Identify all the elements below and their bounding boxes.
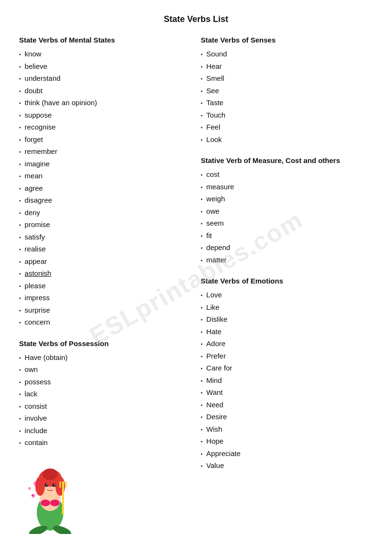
list-item: impress [19,293,187,304]
list-item: imagine [19,159,187,170]
list-item: Value [201,460,373,471]
svg-point-4 [41,500,50,506]
list-item: concern [19,317,187,328]
list-item: depend [201,242,373,253]
list-item: realise [19,244,187,255]
list-item: agree [19,183,187,194]
senses-heading: State Verbs of Senses [201,36,373,44]
list-item: appear [19,256,187,267]
list-item: surprise [19,305,187,316]
measure-heading: Stative Verb of Measure, Cost and others [201,156,373,164]
list-item: See [201,86,373,97]
list-item: Hear [201,61,373,72]
mermaid-image: ✦ ✦ [19,460,86,536]
list-item: Love [201,290,373,301]
list-item: Mind [201,375,373,386]
page-title: State Verbs List [19,14,373,24]
list-item: suppose [19,110,187,121]
emotions-list: Love Like Dislike Hate Adore Prefer Care… [201,290,373,471]
list-item: satisfy [19,232,187,243]
list-item: Touch [201,110,373,121]
list-item: promise [19,219,187,230]
list-item: cost [201,169,373,180]
list-item: Wish [201,424,373,435]
possession-list: Have (obtain) own possess lack consist i… [19,352,187,448]
list-item: Desire [201,412,373,423]
list-item: Smell [201,73,373,84]
svg-point-11 [45,483,48,487]
left-column: State Verbs of Mental States know believ… [19,36,196,536]
svg-point-10 [42,468,58,480]
list-item: measure [201,182,373,193]
list-item: astonish [19,268,187,279]
list-item: remember [19,146,187,157]
list-item: deny [19,207,187,218]
right-column: State Verbs of Senses Sound Hear Smell S… [196,36,373,536]
emotions-heading: State Verbs of Emotions [201,277,373,285]
list-item: recognise [19,122,187,133]
list-item: please [19,281,187,292]
list-item: involve [19,413,187,424]
list-item: lack [19,389,187,400]
list-item: Feel [201,122,373,133]
list-item: Look [201,134,373,145]
list-item: owe [201,206,373,217]
list-item: disagree [19,195,187,206]
svg-point-13 [46,484,47,485]
list-item: Have (obtain) [19,352,187,363]
list-item: Hate [201,326,373,337]
list-item: fit [201,230,373,241]
senses-list: Sound Hear Smell See Taste Touch Feel Lo… [201,49,373,145]
list-item: Taste [201,98,373,109]
mental-states-heading: State Verbs of Mental States [19,36,187,44]
list-item: weigh [201,194,373,205]
list-item: matter [201,255,373,266]
list-item: possess [19,377,187,388]
possession-heading: State Verbs of Possession [19,339,187,348]
svg-text:✦: ✦ [31,493,34,498]
list-item: Care for [201,363,373,374]
list-item: Sound [201,49,373,60]
mental-states-list: know believe understand doubt think (hav… [19,49,187,328]
svg-point-12 [53,483,56,487]
list-item: understand [19,73,187,84]
list-item: Want [201,387,373,398]
list-item: own [19,364,187,375]
list-item: doubt [19,86,187,97]
list-item: consist [19,401,187,412]
list-item: mean [19,171,187,182]
list-item: Prefer [201,351,373,362]
svg-text:✦: ✦ [28,486,31,490]
list-item: know [19,49,187,60]
list-item: Dislike [201,314,373,325]
astonish-underlined: astonish [25,268,52,279]
svg-point-5 [50,500,60,506]
measure-list: cost measure weigh owe seem fit depend m… [201,169,373,265]
svg-point-21 [33,481,38,486]
list-item: include [19,425,187,436]
list-item: Hope [201,436,373,447]
list-item: seem [201,218,373,229]
list-item: Like [201,302,373,313]
list-item: believe [19,61,187,72]
list-item: Need [201,400,373,411]
list-item: contain [19,437,187,448]
svg-point-14 [54,484,55,485]
svg-point-8 [35,477,45,496]
list-item: think (have an opinion) [19,98,187,109]
list-item: forget [19,134,187,145]
list-item: Adore [201,338,373,349]
list-item: Appreciate [201,448,373,459]
